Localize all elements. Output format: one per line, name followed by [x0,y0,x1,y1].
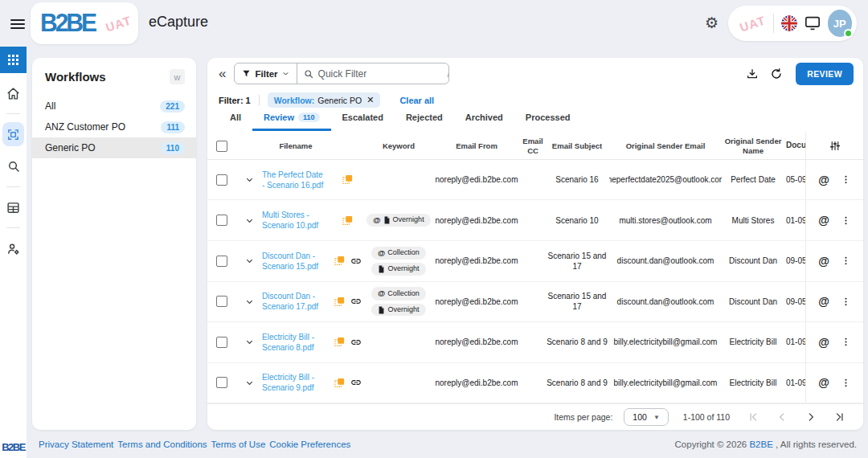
expand-row-icon[interactable] [245,216,254,225]
last-page-button[interactable] [831,411,849,423]
nav-search-icon[interactable] [0,154,27,178]
terms-and-conditions-link[interactable]: Terms and Conditions [117,440,207,449]
email-at-icon[interactable]: @ [818,375,829,390]
table-row[interactable]: Discount Dan - Scenario 15.pdf @ Collect… [207,241,863,282]
privacy-statement-link[interactable]: Privacy Statement [39,440,113,449]
row-checkbox[interactable] [216,377,227,388]
tab-archived[interactable]: Archived [454,110,514,131]
filter-chip-workflow[interactable]: Workflow: Generic PO ✕ [268,92,381,108]
avatar[interactable]: JP [828,10,852,37]
row-checkbox[interactable] [216,337,227,348]
expand-row-icon[interactable] [245,297,254,306]
keyword-chip[interactable]: @ Collection [371,287,426,300]
monitor-icon[interactable] [805,16,821,31]
keyword-chip[interactable]: Overnight [371,304,425,317]
clear-all-filters-link[interactable]: Clear all [399,96,434,105]
kebab-menu-icon[interactable] [841,337,851,347]
kebab-menu-icon[interactable] [841,215,851,226]
nav-home-icon[interactable] [0,81,27,105]
table-row[interactable]: Electricity Bill - Scenario 8.pdf norepl… [207,322,863,363]
row-checkbox[interactable] [216,296,227,307]
copyright-brand-link[interactable]: B2BE [749,440,772,449]
filename-link[interactable]: Electricity Bill - Scenario 9.pdf [262,372,326,393]
expand-row-icon[interactable] [245,378,254,387]
attachment-copy-icon[interactable] [342,174,354,186]
attachment-copy-icon[interactable] [334,377,346,389]
filter-button[interactable]: Filter [235,63,297,84]
col-email-from[interactable]: Email From [432,133,521,159]
filename-link[interactable]: Discount Dan - Scenario 15.pdf [262,251,326,272]
email-at-icon[interactable]: @ [818,173,829,187]
row-checkbox[interactable] [216,215,227,226]
first-page-button[interactable] [744,411,762,423]
page-size-select[interactable]: 100 ▼ [624,408,668,426]
kebab-menu-icon[interactable] [841,296,851,307]
workflow-item-generic-po[interactable]: Generic PO 110 [32,137,196,158]
attachment-copy-icon[interactable] [334,255,346,267]
email-at-icon[interactable]: @ [818,294,829,309]
nav-table-icon[interactable] [0,195,27,219]
attachment-copy-icon[interactable] [342,215,354,227]
next-page-button[interactable] [802,411,820,423]
previous-page-button[interactable] [773,411,791,423]
uk-flag-icon[interactable] [781,15,797,31]
col-email-cc[interactable]: Email CC [521,133,545,159]
col-keyword[interactable]: Keyword [365,133,432,159]
table-row[interactable]: The Perfect Date - Scenario 16.pdf norep… [207,160,863,201]
tab-escalated[interactable]: Escalated [331,110,395,131]
email-at-icon[interactable]: @ [818,213,829,227]
workflow-item-anz-customer-po[interactable]: ANZ Customer PO 111 [32,117,196,137]
expand-row-icon[interactable] [245,256,254,265]
filename-link[interactable]: Electricity Bill - Scenario 8.pdf [262,332,326,353]
column-settings-icon[interactable] [829,140,841,152]
attachment-copy-icon[interactable] [334,296,346,308]
refresh-icon[interactable] [768,66,784,82]
row-checkbox[interactable] [216,174,227,186]
apps-grid-icon[interactable] [0,47,27,73]
tab-review[interactable]: Review 110 [252,110,330,131]
tab-all[interactable]: All [219,110,252,131]
hamburger-menu-icon[interactable] [10,17,25,31]
table-row[interactable]: Electricity Bill - Scenario 9.pdf norepl… [207,363,863,404]
kebab-menu-icon[interactable] [841,378,851,388]
kebab-menu-icon[interactable] [841,174,851,185]
link-icon[interactable] [350,337,362,348]
select-all-checkbox[interactable] [216,141,227,152]
col-filename[interactable]: Filename [262,133,330,159]
row-checkbox[interactable] [216,256,227,267]
table-row[interactable]: Discount Dan - Scenario 17.pdf @ Collect… [207,282,863,323]
expand-row-icon[interactable] [245,337,254,346]
filename-link[interactable]: The Perfect Date - Scenario 16.pdf [262,170,326,190]
keyword-chip[interactable]: @ Collection [371,247,426,260]
terms-of-use-link[interactable]: Terms of Use [211,440,266,449]
review-button[interactable]: REVIEW [796,63,854,85]
col-original-sender-name[interactable]: Original Sender Name [722,133,784,159]
tab-processed[interactable]: Processed [514,110,582,131]
keyword-chip[interactable]: Overnight [371,263,425,276]
filename-link[interactable]: Discount Dan - Scenario 17.pdf [262,291,326,312]
expand-row-icon[interactable] [245,175,254,184]
email-at-icon[interactable]: @ [818,335,829,350]
keyword-chip[interactable]: @ Overnight [366,214,430,227]
quick-filter-input[interactable] [318,68,443,80]
nav-capture-icon[interactable] [2,122,24,146]
download-icon[interactable] [744,66,760,82]
col-document-date[interactable]: Document Date [784,133,805,159]
collapse-panel-icon[interactable]: « [219,67,226,80]
col-original-sender-email[interactable]: Original Sender Email [609,133,722,159]
kebab-menu-icon[interactable] [841,256,851,266]
attachment-copy-icon[interactable] [334,336,346,348]
brand-logo-card[interactable]: B2BE UAT [31,2,138,44]
remove-filter-icon[interactable]: ✕ [366,95,374,105]
nav-user-settings-icon[interactable] [0,236,27,260]
gear-icon[interactable]: ⚙ [705,14,719,32]
link-icon[interactable] [350,377,362,388]
link-icon[interactable] [350,256,362,267]
link-icon[interactable] [350,296,362,307]
tab-rejected[interactable]: Rejected [395,110,454,131]
table-row[interactable]: Multi Stores - Scenario 10.pdf @ Overnig… [207,200,863,241]
filename-link[interactable]: Multi Stores - Scenario 10.pdf [262,210,326,231]
cookie-preferences-link[interactable]: Cookie Preferences [269,440,350,449]
email-at-icon[interactable]: @ [818,254,829,268]
workflow-item-all[interactable]: All 221 [32,96,196,117]
